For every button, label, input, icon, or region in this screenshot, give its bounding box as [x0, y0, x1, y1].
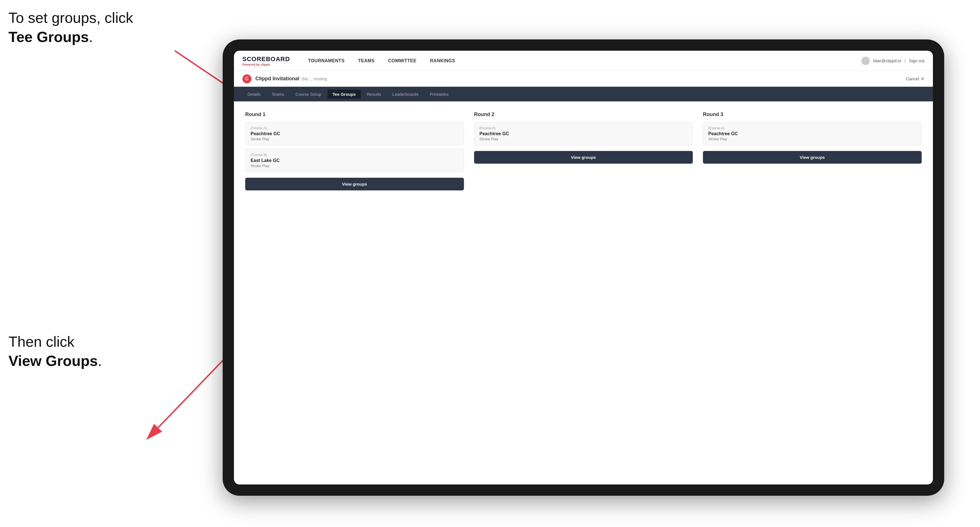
tournament-name: Clippd Invitational: [255, 76, 299, 82]
user-area: blair@clippd.io | Sign out: [861, 57, 924, 65]
rounds-grid: Round 1 (Course A) Peachtree GC Stroke P…: [245, 111, 922, 190]
nav-rankings[interactable]: RANKINGS: [429, 56, 456, 66]
round-2-title: Round 2: [474, 111, 693, 117]
tab-course-setup[interactable]: Course Setup: [290, 90, 326, 99]
sign-out-link[interactable]: Sign out: [909, 58, 924, 63]
svg-line-3: [152, 358, 226, 434]
cancel-button[interactable]: Cancel ✕: [906, 76, 924, 81]
round-3-course-a-format: Stroke Play: [708, 137, 916, 141]
round-3-section: Round 3 (Course A) Peachtree GC Stroke P…: [703, 111, 922, 190]
round-1-course-b-label: (Course B): [251, 153, 458, 157]
instruction-view-groups-bold: View Groups: [8, 352, 98, 369]
tab-tee-groups[interactable]: Tee Groups: [328, 90, 361, 99]
round-2-section: Round 2 (Course A) Peachtree GC Stroke P…: [474, 111, 693, 190]
nav-committee[interactable]: COMMITTEE: [387, 56, 418, 66]
round-2-course-a-label: (Course A): [479, 126, 687, 130]
round-1-course-b-name: East Lake GC: [251, 158, 458, 163]
tab-teams[interactable]: Teams: [267, 90, 289, 99]
instruction-top-line1: To set groups, click: [8, 10, 133, 26]
tab-printables[interactable]: Printables: [425, 90, 454, 99]
tournament-tag: (My ... Hosting: [302, 76, 327, 81]
round-2-course-a-format: Stroke Play: [479, 137, 687, 141]
round-3-course-a-name: Peachtree GC: [708, 131, 916, 137]
tablet-screen: SCOREBOARD Powered by clippit TOURNAMENT…: [234, 51, 933, 484]
logo-sub: Powered by clippit: [242, 63, 290, 66]
instruction-bottom-line1: Then click: [8, 333, 75, 350]
round-1-section: Round 1 (Course A) Peachtree GC Stroke P…: [245, 111, 464, 190]
tab-leaderboards[interactable]: Leaderboards: [387, 90, 424, 99]
tablet-device: SCOREBOARD Powered by clippit TOURNAMENT…: [223, 40, 944, 496]
instruction-top: To set groups, click Tee Groups.: [8, 8, 133, 46]
instruction-bottom-punct: .: [98, 352, 102, 369]
round-3-course-a-card: (Course A) Peachtree GC Stroke Play: [703, 122, 922, 145]
user-avatar: [861, 57, 870, 65]
logo-text: SCOREBOARD: [242, 56, 290, 63]
round-1-course-a-name: Peachtree GC: [251, 131, 458, 137]
round-2-view-groups-button[interactable]: View groups: [474, 151, 693, 163]
tournament-logo: C: [242, 75, 251, 83]
round-1-course-b-format: Stroke Play: [251, 163, 458, 168]
round-1-course-a-label: (Course A): [251, 126, 458, 130]
round-1-course-a-format: Stroke Play: [251, 137, 458, 141]
tab-results[interactable]: Results: [362, 90, 386, 99]
round-2-course-a-name: Peachtree GC: [479, 131, 687, 137]
round-1-view-groups-button[interactable]: View groups: [245, 178, 464, 190]
round-1-title: Round 1: [245, 111, 464, 117]
top-nav: SCOREBOARD Powered by clippit TOURNAMENT…: [234, 51, 933, 71]
main-content: Round 1 (Course A) Peachtree GC Stroke P…: [234, 102, 933, 484]
instruction-tee-groups-bold: Tee Groups: [8, 29, 89, 45]
round-1-course-a-card: (Course A) Peachtree GC Stroke Play: [245, 122, 464, 145]
user-email: blair@clippd.io: [873, 58, 901, 63]
nav-tournaments[interactable]: TOURNAMENTS: [307, 56, 346, 66]
tournament-header: C Clippd Invitational (My ... Hosting Ca…: [234, 71, 933, 87]
round-3-course-a-label: (Course A): [708, 126, 916, 130]
nav-teams[interactable]: TEAMS: [357, 56, 376, 66]
round-3-view-groups-button[interactable]: View groups: [703, 151, 922, 163]
round-3-title: Round 3: [703, 111, 922, 117]
logo-area: SCOREBOARD Powered by clippit: [242, 56, 290, 66]
instruction-bottom: Then click View Groups.: [8, 332, 102, 370]
tab-details[interactable]: Details: [242, 90, 266, 99]
round-1-course-b-card: (Course B) East Lake GC Stroke Play: [245, 149, 464, 172]
round-2-course-a-card: (Course A) Peachtree GC Stroke Play: [474, 122, 693, 145]
instruction-top-punct: .: [89, 29, 93, 45]
sub-nav: Details Teams Course Setup Tee Groups Re…: [234, 87, 933, 102]
